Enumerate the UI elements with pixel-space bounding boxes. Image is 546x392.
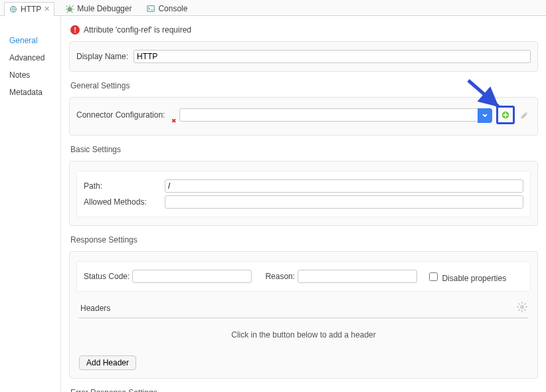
sidebar: General Advanced Notes Metadata [0, 16, 61, 392]
sidebar-item-general[interactable]: General [0, 32, 60, 49]
svg-rect-2 [147, 5, 155, 11]
error-icon: ! [70, 25, 80, 35]
allowed-methods-label: Allowed Methods: [84, 197, 159, 207]
status-code-input[interactable] [132, 270, 252, 283]
reason-input[interactable] [298, 270, 417, 283]
main-panel: ! Attribute 'config-ref' is required Dis… [61, 16, 546, 392]
close-icon[interactable]: ✕ [44, 5, 50, 13]
add-header-button[interactable]: Add Header [79, 355, 136, 370]
disable-properties-label: Disable properties [442, 274, 506, 283]
gear-icon[interactable] [516, 301, 528, 315]
headers-label: Headers [80, 304, 110, 313]
tab-http-label: HTTP [21, 5, 41, 14]
path-label: Path: [84, 181, 159, 191]
edit-config-button[interactable] [519, 109, 531, 121]
general-settings-title: General Settings [70, 81, 538, 90]
display-name-label: Display Name: [76, 52, 128, 61]
connector-config-dropdown[interactable] [179, 108, 492, 122]
tab-console[interactable]: Console [142, 1, 191, 16]
tab-http[interactable]: HTTP ✕ [4, 2, 54, 17]
basic-settings-title: Basic Settings [70, 145, 538, 154]
http-connector-icon [9, 5, 18, 14]
svg-point-1 [68, 7, 72, 11]
add-config-button[interactable] [496, 106, 515, 124]
connector-config-label: Connector Configuration: [76, 110, 165, 120]
error-response-settings-title: Error Response Settings [70, 388, 538, 392]
svg-point-4 [520, 305, 524, 309]
bug-icon [65, 4, 74, 13]
required-icon: ✖ [171, 118, 177, 124]
console-icon [146, 4, 155, 13]
sidebar-item-metadata[interactable]: Metadata [0, 84, 60, 101]
validation-message: ! Attribute 'config-ref' is required [70, 25, 538, 35]
tab-mule-debugger[interactable]: Mule Debugger [61, 1, 136, 16]
display-name-input[interactable] [134, 50, 531, 63]
tab-debugger-label: Mule Debugger [77, 4, 132, 13]
allowed-methods-input[interactable] [165, 195, 523, 209]
editor-tabstrip: HTTP ✕ Mule Debugger Console [0, 0, 546, 16]
sidebar-item-notes[interactable]: Notes [0, 66, 60, 84]
response-settings-title: Response Settings [70, 235, 538, 245]
headers-hint: Click in the button below to add a heade… [76, 318, 531, 351]
status-code-label: Status Code: [84, 272, 130, 281]
disable-properties-checkbox[interactable]: Disable properties [426, 270, 506, 283]
validation-text: Attribute 'config-ref' is required [84, 25, 191, 35]
tab-console-label: Console [158, 4, 187, 13]
dropdown-caret-icon[interactable] [478, 108, 492, 123]
path-input[interactable] [165, 179, 523, 193]
sidebar-item-advanced[interactable]: Advanced [0, 49, 60, 66]
reason-label: Reason: [265, 272, 295, 281]
